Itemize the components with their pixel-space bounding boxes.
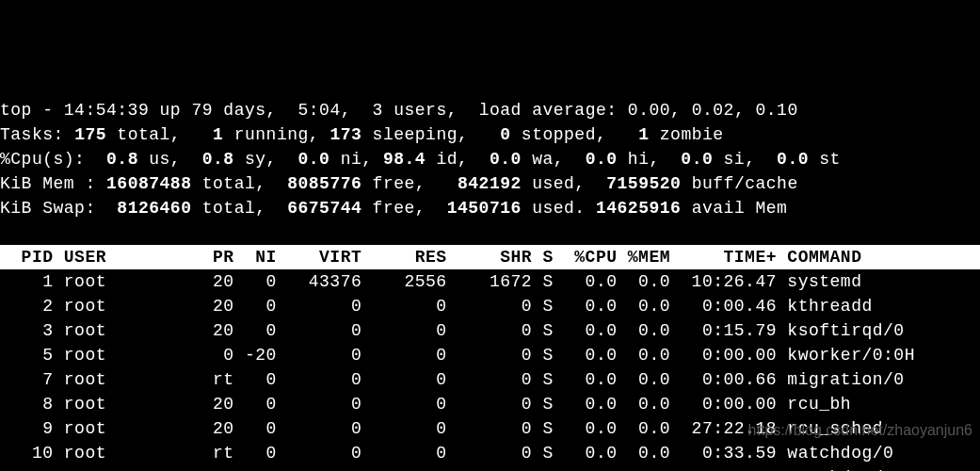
summary-mem: KiB Mem : 16087488 total, 8085776 free, … [0,171,980,196]
blank-line [0,220,980,245]
process-row: 11 root rt 0 0 0 0 S 0.0 0.0 0:33.46 wat… [0,465,980,471]
process-row: 7 root rt 0 0 0 0 S 0.0 0.0 0:00.66 migr… [0,367,980,392]
process-row: 10 root rt 0 0 0 0 S 0.0 0.0 0:33.59 wat… [0,441,980,465]
column-headers: PID USER PR NI VIRT RES SHR S %CPU %MEM … [0,245,980,269]
process-row: 5 root 0 -20 0 0 0 S 0.0 0.0 0:00.00 kwo… [0,343,980,367]
watermark: https://blog.csdn.net/zhaoyanjun6 [748,418,972,443]
process-row: 1 root 20 0 43376 2556 1672 S 0.0 0.0 10… [0,269,980,294]
summary-uptime: top - 14:54:39 up 79 days, 5:04, 3 users… [0,98,980,122]
summary-tasks: Tasks: 175 total, 1 running, 173 sleepin… [0,122,980,147]
process-row: 2 root 20 0 0 0 0 S 0.0 0.0 0:00.46 kthr… [0,294,980,318]
terminal-output: top - 14:54:39 up 79 days, 5:04, 3 users… [0,98,980,471]
summary-cpu: %Cpu(s): 0.8 us, 0.8 sy, 0.0 ni, 98.4 id… [0,147,980,171]
summary-swap: KiB Swap: 8126460 total, 6675744 free, 1… [0,196,980,220]
process-row: 3 root 20 0 0 0 0 S 0.0 0.0 0:15.79 ksof… [0,318,980,343]
process-row: 8 root 20 0 0 0 0 S 0.0 0.0 0:00.00 rcu_… [0,392,980,416]
